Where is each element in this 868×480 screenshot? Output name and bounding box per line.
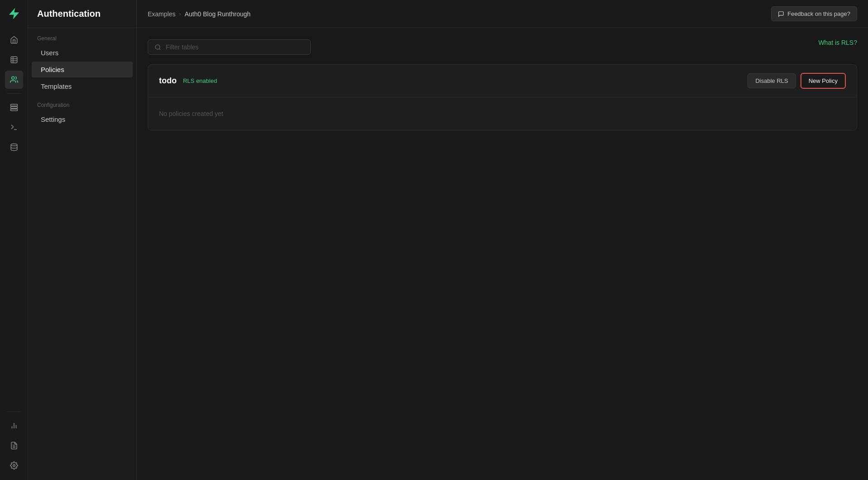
nav-icon-reports[interactable] bbox=[5, 417, 23, 435]
svg-point-16 bbox=[155, 44, 160, 49]
svg-rect-7 bbox=[10, 109, 17, 111]
bottom-divider bbox=[7, 412, 21, 412]
sidebar: Authentication General Users Policies Te… bbox=[28, 0, 137, 480]
filter-row: What is RLS? bbox=[148, 39, 857, 55]
rls-status-badge: RLS enabled bbox=[183, 77, 217, 84]
svg-point-4 bbox=[11, 77, 14, 79]
nav-icon-table[interactable] bbox=[5, 51, 23, 69]
feedback-button[interactable]: Feedback on this page? bbox=[771, 6, 857, 21]
what-is-rls-link[interactable]: What is RLS? bbox=[818, 39, 857, 46]
table-name: todo bbox=[159, 76, 177, 86]
breadcrumb-current: Auth0 Blog Runthrough bbox=[184, 10, 251, 18]
nav-icon-database[interactable] bbox=[5, 138, 23, 156]
sidebar-item-users[interactable]: Users bbox=[32, 45, 133, 61]
table-header-row: todo RLS enabled Disable RLS New Policy bbox=[148, 65, 857, 97]
feedback-label: Feedback on this page? bbox=[787, 10, 850, 17]
sidebar-title: Authentication bbox=[37, 9, 101, 19]
sidebar-item-policies[interactable]: Policies bbox=[32, 62, 133, 77]
nav-divider bbox=[7, 93, 21, 94]
svg-line-17 bbox=[159, 48, 160, 50]
disable-rls-button[interactable]: Disable RLS bbox=[747, 73, 796, 88]
svg-rect-5 bbox=[10, 104, 17, 106]
breadcrumb: Examples › Auth0 Blog Runthrough bbox=[148, 10, 251, 18]
search-icon bbox=[154, 44, 161, 51]
sidebar-item-templates[interactable]: Templates bbox=[32, 78, 133, 94]
empty-state-message: No policies created yet bbox=[148, 97, 857, 130]
nav-icon-home[interactable] bbox=[5, 31, 23, 49]
main-area: Examples › Auth0 Blog Runthrough Feedbac… bbox=[137, 0, 868, 480]
svg-point-9 bbox=[11, 144, 17, 146]
nav-icon-storage[interactable] bbox=[5, 98, 23, 116]
nav-icon-settings[interactable] bbox=[5, 456, 23, 475]
table-card: todo RLS enabled Disable RLS New Policy … bbox=[148, 64, 857, 130]
app-logo[interactable] bbox=[6, 5, 22, 22]
icon-rail bbox=[0, 0, 28, 480]
section-label-configuration: Configuration bbox=[28, 95, 136, 111]
nav-icon-edge[interactable] bbox=[5, 118, 23, 136]
new-policy-button[interactable]: New Policy bbox=[800, 73, 846, 89]
svg-rect-0 bbox=[11, 57, 17, 63]
table-actions: Disable RLS New Policy bbox=[747, 73, 846, 89]
section-label-general: General bbox=[28, 28, 136, 44]
breadcrumb-parent[interactable]: Examples bbox=[148, 10, 175, 18]
feedback-icon bbox=[778, 11, 784, 17]
topbar-right: Feedback on this page? bbox=[771, 6, 857, 21]
filter-input[interactable] bbox=[166, 43, 304, 51]
filter-input-wrap bbox=[148, 39, 311, 55]
nav-icon-docs[interactable] bbox=[5, 437, 23, 455]
sidebar-item-settings[interactable]: Settings bbox=[32, 111, 133, 127]
svg-point-15 bbox=[13, 465, 15, 467]
sidebar-header: Authentication bbox=[28, 0, 136, 28]
content-area: What is RLS? todo RLS enabled Disable RL… bbox=[137, 28, 868, 480]
svg-rect-6 bbox=[10, 107, 17, 109]
bottom-nav bbox=[5, 409, 23, 475]
nav-icon-auth[interactable] bbox=[5, 71, 23, 89]
breadcrumb-separator: › bbox=[179, 11, 181, 17]
topbar: Examples › Auth0 Blog Runthrough Feedbac… bbox=[137, 0, 868, 28]
